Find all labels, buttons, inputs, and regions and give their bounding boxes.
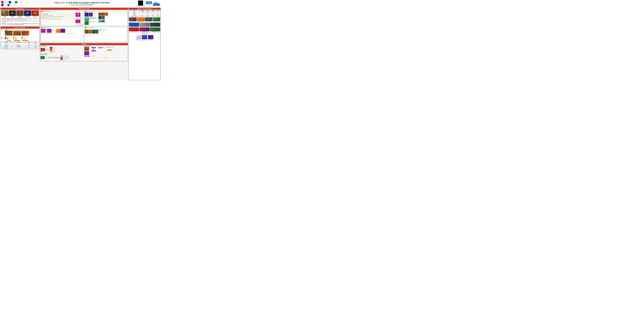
framework-diagram: → RGB Conv Alpha Conv → [84, 47, 128, 55]
phone-red-img [129, 28, 139, 31]
sam-icon: ⊕ [85, 27, 86, 28]
table-row: GPT4Roi 17.4 145.2 [129, 14, 160, 15]
tower-text: A white tower on a pier next to the wate… [140, 26, 149, 27]
output-area: Alpha-CLIP Image Encoder ↓ A female athl… [106, 47, 114, 55]
pier-text: A boat is docked next to a pier [131, 26, 137, 27]
svg-rect-0 [153, 4, 160, 6]
tool-img2 [102, 16, 105, 19]
cake-img2 [47, 29, 52, 33]
bar-fisherman-yellow [7, 37, 8, 39]
bar-fish-dark [5, 37, 6, 39]
col-top5: Top-5 [32, 42, 39, 43]
svg-point-25 [18, 16, 19, 17]
llm-header: α Alpha-CLIP +LLM [41, 10, 84, 12]
tower-img [139, 23, 150, 26]
region-captioning-section: Region Level Captioning Model METEOR CID… [128, 8, 160, 80]
chat-bubble-a1: The bottle contains water. [41, 14, 75, 15]
arrow1: → [90, 47, 91, 55]
chart3: fish selected 0.66 fish 0.14 [22, 30, 29, 41]
classification-title: Classification Data [40, 54, 84, 55]
loss-label: L_NCE [92, 56, 94, 57]
col-top1: Top-1 [26, 42, 32, 43]
box-mask-labels: Box-text pairs Mask-text pairs [40, 53, 84, 54]
intro-img-feature-masking [24, 10, 31, 16]
col-vg-m: METEOR [150, 10, 156, 11]
cell: 157.8 [156, 15, 160, 16]
backpack-row: The person is wearing a backpack. [85, 21, 98, 25]
image-recognition-header: Image Recognition [0, 27, 40, 29]
intro-img-masking [9, 10, 16, 16]
alpha-conv-block: Alpha Conv [92, 50, 96, 52]
bullet-alpha-clip: Alpha-CLIP, an enhanced version of CLIP … [1, 23, 39, 25]
caption-grid-row2: A boat is docked next to a pier A white … [129, 23, 160, 27]
sam-tools [96, 30, 98, 34]
lion-img1 [98, 12, 102, 16]
diffusion-images: shirt wearing black shirt The sky above … [85, 12, 98, 25]
svg-rect-2 [154, 3, 155, 4]
llm-box: α Alpha-CLIP +LLM 😊 What is in the bottl… [40, 10, 84, 26]
intro-img-cropping [1, 10, 8, 16]
bowl-img [137, 17, 144, 21]
to-pairs-label: to pairs [48, 49, 50, 50]
sam-lion [85, 30, 88, 34]
cell-alpha-map: mask [12, 47, 26, 49]
table-row: GLaMM 16.2 105.0 18.6 157.8 [129, 15, 160, 16]
pointe-label: PointE [104, 11, 107, 12]
label-masking-sub: omit context [9, 17, 16, 18]
svg-rect-1 [153, 3, 154, 4]
bar3-fisherman: 0.14 fisherman [23, 38, 25, 40]
header: 交 上海交通大学 复 复旦大学 中 香港中文大学 澳 澳門大學 [0, 0, 161, 7]
cell-top5: 93.34 [32, 46, 39, 47]
cvpr-location: SEATTLE, WA [147, 4, 151, 5]
fisherman-label: fisherman [1, 38, 4, 39]
gen-shield-img [142, 35, 147, 39]
svg-point-17 [19, 12, 21, 14]
svg-rect-7 [159, 4, 160, 4]
cell: 142 [156, 11, 160, 12]
loss-arrow: → [90, 56, 92, 57]
col-refcoco-m: METEOR [140, 10, 146, 11]
downstream-section: Downstream Tasks α Alpha-CLIP +LLM [40, 8, 128, 43]
title-rest: A CLIP Model Focusing on Wherever You Wa… [66, 2, 110, 4]
recognition-table: Model Alpha Map Top-1 Top-5 CLIP - 73.48 [1, 41, 39, 49]
volleyball-img [40, 48, 45, 52]
um-logo: 澳 澳門大學 [1, 4, 7, 6]
q3-label: Who is carrying a ring? [76, 24, 82, 24]
gen-label2: BackAug ✓ Alpha-CLIP ✗ [142, 40, 148, 40]
plus-circle [93, 48, 94, 50]
spacer [7, 35, 8, 36]
city-skyline-icon [153, 2, 160, 6]
cell: 16.7 [140, 16, 146, 17]
cell-model: Alpha-CLIP [1, 46, 12, 47]
cell: 17.1 [150, 11, 156, 12]
gen-caption: A porcelain plate displays juicy meat, b… [129, 40, 160, 41]
cell: 17.4 [150, 14, 156, 15]
person2-img [76, 20, 80, 23]
col-alpha-map: Alpha Map [12, 42, 26, 43]
cake-img3 [56, 29, 60, 33]
legend-alpha00: α = 0.0 [6, 29, 9, 30]
cell [156, 12, 160, 14]
svg-point-23 [34, 12, 36, 14]
svg-rect-6 [158, 3, 159, 4]
person-shirt-img: shirt [85, 12, 88, 16]
sam-box-label: SAM [45, 49, 48, 50]
label-alpha-clip: Alpha-CLIP keep context [32, 16, 39, 18]
shirt-label: shirt [86, 14, 87, 15]
bar-fisherman-group: 0.49 fisherman [7, 35, 9, 40]
cell [140, 14, 146, 15]
knife2-img [145, 17, 152, 21]
model-framework-title: Model framework [84, 46, 128, 46]
mask-text-pairs: A female athlete Volleyball A sandy cour… [50, 47, 56, 52]
chat-q1: What is in the bottle? [42, 13, 48, 14]
svg-point-28 [78, 15, 78, 16]
col-model: Model [1, 42, 12, 43]
llm-chat: 😊 What is in the bottle? The bottle cont… [41, 12, 75, 26]
fish-caption3: An angle fish is turning around. [63, 59, 70, 60]
github-url: https://github.com/SunzeY/AlphaCLIP [136, 6, 145, 6]
knife1-img [129, 17, 136, 21]
pipeline-a-label: (a) Data generation pipeline [40, 60, 84, 61]
middle-column: Downstream Tasks α Alpha-CLIP +LLM [40, 8, 128, 80]
imagenet-label: ImageNet [99, 30, 102, 30]
phone-red-text: A red telephone on a table [131, 31, 137, 32]
